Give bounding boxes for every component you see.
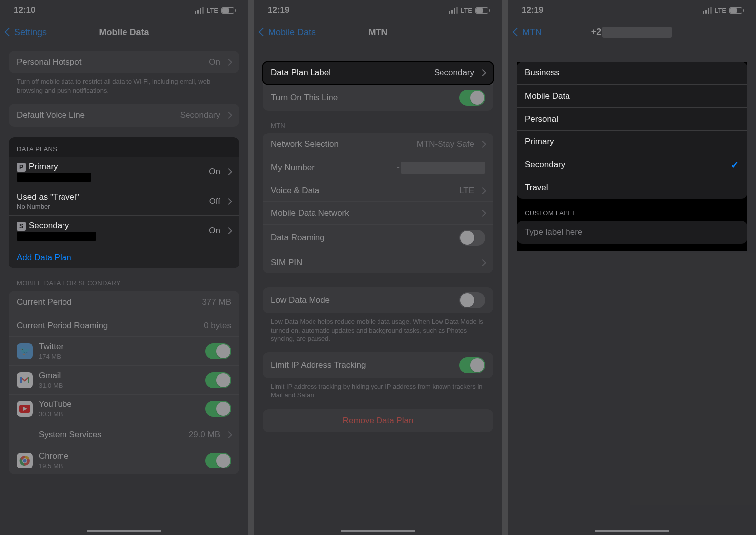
row-plan-secondary[interactable]: SSecondary On	[9, 215, 239, 246]
chevron-left-icon	[260, 27, 266, 38]
row-data-roaming[interactable]: Data Roaming	[263, 224, 493, 251]
section-header-data-plans: DATA PLANS	[9, 139, 239, 157]
signal-icon	[449, 7, 458, 14]
chevron-left-icon	[514, 27, 520, 38]
toggle-switch[interactable]	[459, 292, 485, 308]
network-label: LTE	[715, 7, 726, 14]
label: System Services	[39, 430, 183, 440]
custom-label-input[interactable]	[525, 227, 739, 237]
status-time: 12:19	[268, 5, 289, 15]
toggle-switch[interactable]	[459, 230, 485, 246]
label: SIM PIN	[271, 258, 474, 268]
label: Voice & Data	[271, 186, 453, 196]
toggle-switch[interactable]	[205, 401, 231, 417]
status-time: 12:19	[522, 5, 543, 15]
label: Data Plan Label	[271, 68, 428, 78]
back-button[interactable]: Settings	[6, 27, 47, 38]
row-plan-travel[interactable]: Used as "Travel" No Number Off	[9, 187, 239, 215]
row-low-data-mode[interactable]: Low Data Mode	[263, 287, 493, 313]
screen-label-picker: 12:19 LTE MTN +2 Business Mobile Data	[508, 0, 756, 535]
chevron-right-icon	[226, 110, 231, 120]
chevron-right-icon	[226, 167, 231, 177]
screen-mtn: 12:19 LTE Mobile Data MTN Data Plan Labe…	[254, 0, 502, 535]
battery-icon	[221, 7, 234, 14]
label: Current Period	[17, 297, 196, 307]
row-network-selection[interactable]: Network Selection MTN-Stay Safe	[263, 133, 493, 156]
row-sim-pin[interactable]: SIM PIN	[263, 251, 493, 273]
row-limit-ip-tracking[interactable]: Limit IP Address Tracking	[263, 352, 493, 378]
chevron-right-icon	[480, 139, 485, 149]
row-turn-on-line[interactable]: Turn On This Line	[263, 84, 493, 111]
label-option-personal[interactable]: Personal	[517, 107, 747, 130]
row-system-services[interactable]: System Services 29.0 MB	[9, 423, 239, 446]
row-remove-data-plan[interactable]: Remove Data Plan	[263, 409, 493, 432]
redacted-number	[17, 173, 91, 182]
label-option-travel[interactable]: Travel	[517, 176, 747, 199]
app-size: 31.0 MB	[39, 382, 199, 389]
chevron-right-icon	[226, 197, 231, 206]
remove-plan-button: Remove Data Plan	[271, 416, 485, 426]
row-mobile-data-network[interactable]: Mobile Data Network	[263, 201, 493, 224]
toggle-switch[interactable]	[205, 453, 231, 468]
row-voice-data[interactable]: Voice & Data LTE	[263, 179, 493, 201]
back-label: Settings	[14, 27, 47, 38]
back-label: Mobile Data	[268, 27, 316, 38]
status-bar: 12:19 LTE	[508, 0, 756, 21]
value: MTN-Stay Safe	[417, 139, 474, 149]
row-plan-primary[interactable]: PPrimary On	[9, 157, 239, 187]
svg-rect-1	[28, 377, 29, 383]
label-option-mobile-data[interactable]: Mobile Data	[517, 84, 747, 107]
row-my-number[interactable]: My Number -	[263, 156, 493, 179]
value: LTE	[459, 186, 474, 196]
back-button[interactable]: Mobile Data	[260, 27, 316, 38]
row-custom-label-input[interactable]	[517, 221, 747, 244]
toggle-switch[interactable]	[205, 343, 231, 359]
row-add-data-plan[interactable]: Add Data Plan	[9, 246, 239, 268]
youtube-icon	[17, 401, 33, 417]
row-app-chrome[interactable]: Chrome 19.5 MB	[9, 446, 239, 474]
row-data-plan-label[interactable]: Data Plan Label Secondary	[263, 62, 493, 84]
label: Default Voice Line	[17, 110, 174, 120]
nav-header: Settings Mobile Data	[0, 21, 248, 44]
home-indicator[interactable]	[341, 530, 415, 532]
label: Personal Hotspot	[17, 57, 203, 67]
row-default-voice-line[interactable]: Default Voice Line Secondary	[9, 104, 239, 127]
label-option-business[interactable]: Business	[517, 62, 747, 84]
toggle-switch[interactable]	[459, 357, 485, 373]
row-app-gmail[interactable]: Gmail 31.0 MB	[9, 365, 239, 394]
option-label: Secondary	[525, 160, 725, 170]
row-app-twitter[interactable]: 🐦 Twitter 174 MB	[9, 336, 239, 365]
status-bar: 12:19 LTE	[254, 0, 502, 21]
screen-mobile-data: 12:10 LTE Settings Mobile Data Personal …	[0, 0, 248, 535]
redacted-number	[602, 27, 672, 38]
label: Limit IP Address Tracking	[271, 360, 453, 370]
row-current-period: Current Period 377 MB	[9, 291, 239, 314]
plan-sub: No Number	[17, 203, 203, 210]
row-personal-hotspot[interactable]: Personal Hotspot On	[9, 51, 239, 73]
home-indicator[interactable]	[87, 530, 161, 532]
chevron-right-icon	[226, 226, 231, 236]
signal-icon	[703, 7, 712, 14]
chevron-right-icon	[480, 186, 485, 196]
plan-status: Off	[209, 197, 220, 206]
svg-point-5	[23, 459, 27, 462]
network-label: LTE	[461, 7, 472, 14]
option-label: Mobile Data	[525, 91, 739, 101]
home-indicator[interactable]	[595, 530, 669, 532]
back-button[interactable]: MTN	[514, 27, 542, 38]
label-option-secondary[interactable]: Secondary ✓	[517, 153, 747, 176]
option-label: Travel	[525, 183, 739, 193]
row-app-youtube[interactable]: YouTube 30.3 MB	[9, 394, 239, 423]
plan-status: On	[209, 167, 220, 177]
label-option-primary[interactable]: Primary	[517, 130, 747, 153]
plan-label: Primary	[29, 162, 58, 171]
status-bar: 12:10 LTE	[0, 0, 248, 21]
label: My Number	[271, 163, 391, 173]
toggle-switch[interactable]	[205, 372, 231, 388]
add-plan-link: Add Data Plan	[17, 253, 71, 263]
chrome-icon	[17, 453, 33, 468]
app-size: 19.5 MB	[39, 462, 199, 469]
gmail-icon	[17, 372, 33, 388]
app-name: Twitter	[39, 342, 199, 352]
toggle-switch[interactable]	[459, 90, 485, 106]
